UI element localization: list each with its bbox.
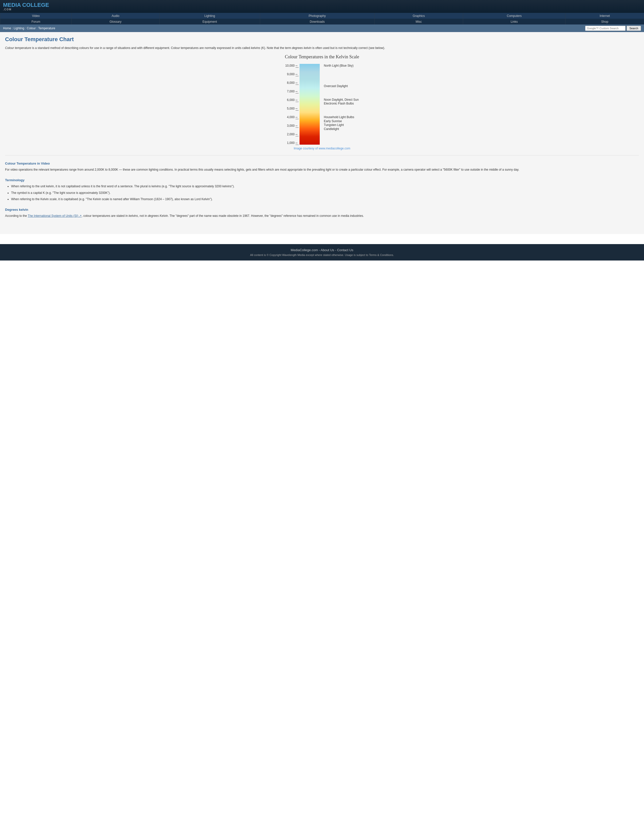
footer-about-link[interactable]: About Us bbox=[321, 248, 334, 252]
nav-internet-link[interactable]: Internet bbox=[599, 14, 610, 18]
nav-glossary-link[interactable]: Glossary bbox=[109, 20, 121, 24]
nav-audio-link[interactable]: Audio bbox=[112, 14, 119, 18]
footer-copyright: All content is © Copyright Wavelength Me… bbox=[4, 253, 640, 256]
footer-sep2: - bbox=[335, 248, 337, 252]
breadcrumb-lighting[interactable]: Lighting bbox=[14, 26, 24, 30]
section-terminology: Terminology When referring to the unit k… bbox=[5, 178, 639, 202]
site-header: MEDIA COLLEGE .COM bbox=[0, 0, 644, 13]
footer-terms-link[interactable]: Terms & Conditions bbox=[369, 253, 393, 256]
search-button[interactable]: Search bbox=[626, 26, 641, 31]
nav-graphics[interactable]: Graphics bbox=[375, 13, 463, 19]
kelvin-colour-bar bbox=[299, 64, 320, 145]
footer-main: MediaCollege.com - About Us - Contact Us bbox=[4, 248, 640, 252]
section-heading-video: Colour Temperature in Video bbox=[5, 162, 639, 165]
intro-text3: is often used but is not technically cor… bbox=[312, 46, 385, 50]
nav-forum-link[interactable]: Forum bbox=[32, 20, 40, 24]
intro-text1: is a standard method of describing colou… bbox=[32, 46, 251, 50]
intro-text2: (K). Note that the term bbox=[261, 46, 292, 50]
label-empty1 bbox=[324, 71, 359, 75]
nav-video[interactable]: Video bbox=[0, 13, 72, 19]
nav-shop-link[interactable]: Shop bbox=[601, 20, 609, 24]
footer-mediacollege-link[interactable]: MediaCollege.com bbox=[291, 248, 318, 252]
tick-line: — bbox=[295, 66, 298, 66]
chart-credit: Image courtesy of www.mediacollege.com bbox=[5, 147, 639, 150]
footer-wavelength-link[interactable]: Wavelength Media bbox=[282, 253, 305, 256]
section-degrees-kelvin: Degrees kelvin According to the The Inte… bbox=[5, 208, 639, 218]
tick-9000: 9,000 — bbox=[285, 72, 298, 76]
tick-label: 6,000 bbox=[287, 98, 295, 102]
chart-section: Colour Temperatures in the Kelvin Scale … bbox=[5, 54, 639, 150]
nav-links[interactable]: Links bbox=[463, 19, 565, 24]
tick-label: 2,000 bbox=[287, 132, 295, 136]
site-logo[interactable]: MEDIA COLLEGE .COM bbox=[3, 2, 49, 11]
nav-links-link[interactable]: Links bbox=[510, 20, 518, 24]
intro-em3: degrees kelvin bbox=[292, 46, 311, 50]
main-nav: Video Audio Lighting Photography Graphic… bbox=[0, 13, 644, 24]
section-heading-terminology: Terminology bbox=[5, 178, 639, 182]
nav-misc-link[interactable]: Misc bbox=[416, 20, 422, 24]
label-empty6 bbox=[324, 141, 359, 145]
tick-label: 1,000 bbox=[287, 141, 295, 145]
section-video: Colour Temperature in Video For video op… bbox=[5, 162, 639, 172]
breadcrumb-colour[interactable]: Colour bbox=[27, 26, 35, 30]
tick-8000: 8,000 — bbox=[285, 81, 298, 85]
tick-1000: 1,000 — bbox=[285, 141, 298, 145]
chart-container: 10,000 — 9,000 — 8,000 — 7,000 — 6,000 bbox=[285, 64, 359, 145]
nav-downloads[interactable]: Downloads bbox=[260, 19, 375, 24]
terminology-list: When referring to the unit kelvin, it is… bbox=[11, 184, 639, 202]
tick-label: 10,000 bbox=[285, 64, 295, 68]
terminology-em: scale bbox=[50, 198, 56, 201]
nav-photography-link[interactable]: Photography bbox=[309, 14, 326, 18]
tick-label: 4,000 bbox=[287, 115, 295, 119]
terminology-item-3: When referring to the Kelvin scale, it i… bbox=[11, 197, 639, 202]
nav-graphics-link[interactable]: Graphics bbox=[413, 14, 425, 18]
tick-6000: 6,000 — bbox=[285, 98, 298, 102]
nav-internet[interactable]: Internet bbox=[565, 13, 644, 19]
terminology-item-1: When referring to the unit kelvin, it is… bbox=[11, 184, 639, 189]
nav-equipment[interactable]: Equipment bbox=[159, 19, 260, 24]
label-overcast: Overcast Daylight bbox=[324, 84, 359, 88]
tick-2000: 2,000 — bbox=[285, 132, 298, 136]
nav-computers[interactable]: Computers bbox=[463, 13, 565, 19]
nav-video-link[interactable]: Video bbox=[32, 14, 40, 18]
tick-label: 3,000 bbox=[287, 124, 295, 127]
intro-paragraph: Colour temperature is a standard method … bbox=[5, 46, 639, 50]
breadcrumb-home[interactable]: Home bbox=[3, 26, 11, 30]
tick-label: 7,000 bbox=[287, 90, 295, 93]
intro-em1: Colour temperature bbox=[5, 46, 31, 50]
search-input[interactable] bbox=[585, 26, 626, 31]
logo-media: MEDIA bbox=[3, 2, 21, 8]
nav-downloads-link[interactable]: Downloads bbox=[310, 20, 325, 24]
section-video-para: For video operations the relevant temper… bbox=[5, 167, 639, 172]
chart-scale: 10,000 — 9,000 — 8,000 — 7,000 — 6,000 bbox=[285, 64, 300, 145]
tick-label: 5,000 bbox=[287, 107, 295, 110]
degrees-kelvin-em: degrees Kelvin bbox=[148, 214, 168, 217]
breadcrumb-bar: Home : Lighting : Colour : Temperature S… bbox=[0, 24, 644, 32]
nav-lighting-link[interactable]: Lighting bbox=[204, 14, 215, 18]
logo-com: .COM bbox=[3, 8, 49, 11]
tick-7000: 7,000 — bbox=[285, 90, 298, 93]
tick-line: — bbox=[295, 134, 298, 135]
label-empty2 bbox=[324, 77, 359, 82]
nav-misc[interactable]: Misc bbox=[375, 19, 463, 24]
nav-lighting[interactable]: Lighting bbox=[159, 13, 260, 19]
si-link[interactable]: The International System of Units (SI) ↗ bbox=[28, 214, 82, 217]
nav-forum[interactable]: Forum bbox=[0, 19, 72, 24]
nav-photography[interactable]: Photography bbox=[260, 13, 375, 19]
footer-contact-link[interactable]: Contact Us bbox=[337, 248, 353, 252]
site-footer: MediaCollege.com - About Us - Contact Us… bbox=[0, 244, 644, 261]
tick-5000: 5,000 — bbox=[285, 107, 298, 110]
nav-equipment-link[interactable]: Equipment bbox=[203, 20, 217, 24]
tick-10000: 10,000 — bbox=[285, 64, 298, 68]
nav-audio[interactable]: Audio bbox=[72, 13, 159, 19]
nav-computers-link[interactable]: Computers bbox=[507, 14, 522, 18]
tick-line: — bbox=[295, 117, 298, 117]
label-household: Household Light BulbsEarly SunriseTungst… bbox=[324, 115, 359, 131]
terminology-item-2: The symbol is a capital K (e.g. "The lig… bbox=[11, 191, 639, 195]
label-empty5 bbox=[324, 134, 359, 138]
search-area: Search bbox=[585, 26, 641, 31]
nav-shop[interactable]: Shop bbox=[565, 19, 644, 24]
label-empty3 bbox=[324, 91, 359, 95]
breadcrumb-current: Temperature bbox=[38, 26, 55, 30]
nav-glossary[interactable]: Glossary bbox=[72, 19, 159, 24]
